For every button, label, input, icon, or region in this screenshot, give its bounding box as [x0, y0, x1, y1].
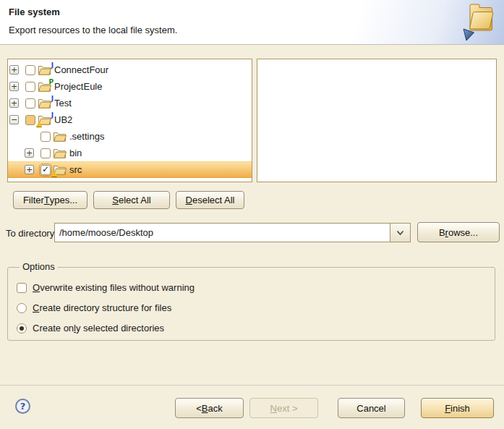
warning-icon [36, 122, 42, 127]
expand-plus-icon[interactable]: + [9, 82, 19, 91]
checkbox[interactable] [25, 82, 35, 92]
overwrite-option[interactable]: Overwrite existing files without warning [17, 282, 495, 293]
checkbox[interactable] [40, 148, 51, 158]
java-decorator: J [51, 111, 54, 119]
export-folder-icon [461, 2, 497, 43]
next-button[interactable]: Next > [249, 398, 318, 418]
finish-button[interactable]: Finish [421, 398, 494, 418]
export-file-system-dialog: File system Export resources to the loca… [0, 0, 504, 429]
checkbox[interactable] [25, 65, 35, 75]
expand-plus-icon[interactable]: + [9, 65, 19, 75]
project-open-folder-icon: P [38, 82, 51, 92]
expand-plus-icon[interactable]: + [9, 98, 19, 108]
tree-item[interactable]: + P ProjectEule [8, 78, 252, 95]
options-group: Options Overwrite existing files without… [7, 267, 495, 341]
open-folder-icon [54, 165, 67, 175]
checkbox-checked[interactable] [40, 165, 51, 175]
expand-plus-icon[interactable]: + [25, 148, 34, 158]
tree-item-label: Test [54, 98, 72, 109]
tree-item-label: src [69, 164, 82, 175]
overwrite-checkbox[interactable] [17, 283, 27, 293]
footer-divider [0, 385, 504, 386]
dialog-header: File system Export resources to the loca… [0, 0, 504, 45]
tree-item-label: ConnectFour [54, 64, 108, 75]
select-all-button[interactable]: Select All [93, 191, 170, 209]
filter-types-button[interactable]: Filter Types... [13, 191, 87, 209]
open-folder-icon [54, 148, 67, 158]
collapse-minus-icon[interactable]: − [9, 115, 19, 124]
directory-combo[interactable]: /home/moose/Desktop [54, 223, 411, 242]
browse-button[interactable]: Browse... [417, 222, 500, 242]
directory-input[interactable]: /home/moose/Desktop [55, 224, 390, 242]
deselect-all-button[interactable]: Deselect All [176, 191, 244, 209]
warning-icon [51, 171, 57, 177]
chevron-down-icon [396, 230, 404, 236]
create-structure-option[interactable]: Create directory structure for files [17, 302, 495, 313]
tree-item[interactable]: + bin [8, 145, 252, 161]
tree-item[interactable]: .settings [8, 128, 252, 145]
tree-item[interactable]: + J Test [8, 95, 252, 111]
tree-item-label: .settings [69, 131, 104, 142]
tree-item-label: UB2 [54, 114, 72, 125]
java-decorator: J [51, 95, 54, 102]
tree-item-label: ProjectEule [54, 81, 102, 92]
create-structure-radio[interactable] [17, 303, 27, 313]
expander-spacer [25, 132, 34, 141]
combo-dropdown-button[interactable] [390, 224, 410, 242]
back-button[interactable]: < Back [175, 398, 244, 418]
checkbox[interactable] [40, 132, 51, 142]
create-selected-option[interactable]: Create only selected directories [17, 323, 495, 334]
help-button[interactable]: ? [15, 399, 30, 414]
question-mark-icon: ? [20, 401, 26, 412]
options-group-title: Options [20, 261, 58, 272]
tree-item-selected[interactable]: + src [8, 161, 252, 178]
page-subtitle: Export resources to the local file syste… [9, 25, 177, 35]
create-selected-radio-selected[interactable] [17, 323, 27, 334]
checkbox-partial[interactable] [25, 115, 35, 125]
java-project-open-folder-icon: J [38, 98, 51, 109]
to-directory-label: To directory: [6, 228, 57, 239]
java-decorator: J [51, 61, 54, 69]
tree-toolbar: Filter Types... Select All Deselect All [13, 191, 244, 209]
tree-item-label: bin [69, 148, 82, 158]
cancel-button[interactable]: Cancel [338, 398, 405, 418]
file-list-panel[interactable] [257, 59, 497, 182]
java-project-open-folder-icon: J [38, 65, 51, 75]
checkbox[interactable] [25, 98, 35, 109]
expand-plus-icon[interactable]: + [25, 165, 34, 174]
tree-item[interactable]: + J ConnectFour [8, 61, 252, 78]
open-folder-icon [54, 132, 67, 142]
create-structure-label: Create directory structure for files [33, 302, 171, 313]
java-project-open-folder-icon: J [38, 115, 51, 125]
create-selected-label: Create only selected directories [33, 323, 164, 334]
overwrite-label: Overwrite existing files without warning [33, 282, 195, 293]
project-decorator: P [48, 78, 54, 85]
page-title: File system [9, 7, 60, 17]
tree-item[interactable]: − J UB2 [8, 111, 252, 128]
resource-tree[interactable]: + J ConnectFour + P ProjectEule + J [7, 59, 252, 182]
